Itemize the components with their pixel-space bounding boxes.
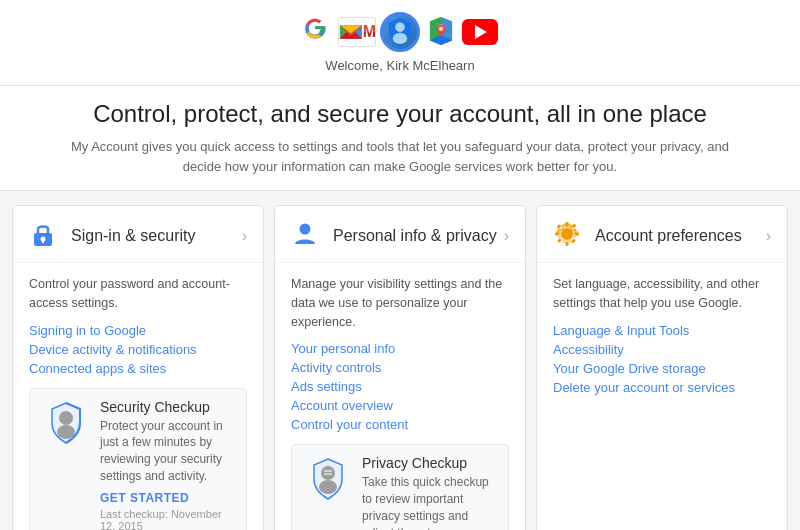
privacy-checkup-desc: Take this quick checkup to review import… bbox=[362, 474, 496, 530]
chevron-preferences: › bbox=[766, 227, 771, 245]
lock-icon bbox=[29, 220, 61, 252]
link-accessibility[interactable]: Accessibility bbox=[553, 342, 771, 357]
svg-point-0 bbox=[395, 22, 405, 32]
privacy-checkup-title: Privacy Checkup bbox=[362, 455, 496, 471]
gear-icon bbox=[553, 220, 585, 252]
security-checkup-box: Security Checkup Protect your account in… bbox=[29, 388, 247, 530]
hero-title: Control, protect, and secure your accoun… bbox=[40, 98, 760, 129]
link-control-content[interactable]: Control your content bbox=[291, 417, 509, 432]
card-account-preferences: Account preferences › Set language, acce… bbox=[536, 205, 788, 530]
security-checkup-desc: Protect your account in just a few minut… bbox=[100, 418, 234, 485]
chevron-signin: › bbox=[242, 227, 247, 245]
hero-section: Control, protect, and secure your accoun… bbox=[0, 86, 800, 191]
page-wrapper: M bbox=[0, 0, 800, 530]
svg-point-12 bbox=[319, 480, 337, 494]
link-connected-apps[interactable]: Connected apps & sites bbox=[29, 361, 247, 376]
maps-icon bbox=[424, 14, 458, 51]
app-icons-row: M bbox=[0, 12, 800, 52]
svg-rect-16 bbox=[555, 233, 559, 236]
card-body-signin: Control your password and account-access… bbox=[13, 263, 263, 530]
svg-rect-20 bbox=[557, 238, 562, 243]
svg-rect-21 bbox=[572, 224, 577, 229]
privacy-checkup-icon bbox=[304, 455, 352, 503]
hero-description: My Account gives you quick access to set… bbox=[60, 137, 740, 176]
link-drive-storage[interactable]: Your Google Drive storage bbox=[553, 361, 771, 376]
card-desc-privacy: Manage your visibility settings and the … bbox=[291, 275, 509, 331]
security-last-checkup: Last checkup: November 12, 2015 bbox=[100, 508, 234, 530]
svg-point-9 bbox=[57, 425, 75, 439]
link-ads-settings[interactable]: Ads settings bbox=[291, 379, 509, 394]
svg-rect-7 bbox=[42, 239, 44, 243]
welcome-text: Welcome, Kirk McElhearn bbox=[0, 58, 800, 73]
google-g-icon bbox=[302, 15, 334, 50]
card-links-privacy: Your personal info Activity controls Ads… bbox=[291, 341, 509, 432]
youtube-icon bbox=[462, 19, 498, 45]
link-activity-controls[interactable]: Activity controls bbox=[291, 360, 509, 375]
card-header-left-signin: Sign-in & security bbox=[29, 220, 196, 252]
privacy-checkup-box: Privacy Checkup Take this quick checkup … bbox=[291, 444, 509, 530]
svg-rect-18 bbox=[557, 224, 562, 229]
svg-point-11 bbox=[321, 466, 335, 480]
security-checkup-title: Security Checkup bbox=[100, 399, 234, 415]
card-title-privacy: Personal info & privacy bbox=[333, 227, 497, 245]
svg-rect-14 bbox=[566, 222, 569, 226]
header: M bbox=[0, 0, 800, 86]
cards-row: Sign-in & security › Control your passwo… bbox=[0, 191, 800, 530]
card-links-signin: Signing in to Google Device activity & n… bbox=[29, 323, 247, 376]
card-header-left-preferences: Account preferences bbox=[553, 220, 742, 252]
card-desc-signin: Control your password and account-access… bbox=[29, 275, 247, 313]
card-body-preferences: Set language, accessibility, and other s… bbox=[537, 263, 787, 419]
security-checkup-content: Security Checkup Protect your account in… bbox=[100, 399, 234, 530]
link-delete-account[interactable]: Delete your account or services bbox=[553, 380, 771, 395]
privacy-checkup-content: Privacy Checkup Take this quick checkup … bbox=[362, 455, 496, 530]
card-body-privacy: Manage your visibility settings and the … bbox=[275, 263, 525, 530]
youtube-play-icon bbox=[475, 25, 487, 39]
card-signin-security: Sign-in & security › Control your passwo… bbox=[12, 205, 264, 530]
security-get-started[interactable]: GET STARTED bbox=[100, 491, 234, 505]
card-personal-privacy: Personal info & privacy › Manage your vi… bbox=[274, 205, 526, 530]
link-personal-info[interactable]: Your personal info bbox=[291, 341, 509, 356]
account-avatar bbox=[380, 12, 420, 52]
chevron-privacy: › bbox=[504, 227, 509, 245]
card-links-preferences: Language & Input Tools Accessibility You… bbox=[553, 323, 771, 395]
card-header-left-privacy: Personal info & privacy bbox=[291, 220, 497, 252]
svg-point-10 bbox=[300, 224, 311, 235]
svg-rect-19 bbox=[571, 239, 576, 244]
card-header-preferences[interactable]: Account preferences › bbox=[537, 206, 787, 263]
card-header-signin[interactable]: Sign-in & security › bbox=[13, 206, 263, 263]
card-desc-preferences: Set language, accessibility, and other s… bbox=[553, 275, 771, 313]
svg-rect-15 bbox=[566, 242, 569, 246]
card-title-signin: Sign-in & security bbox=[71, 227, 196, 245]
card-title-preferences: Account preferences bbox=[595, 227, 742, 245]
link-device-activity[interactable]: Device activity & notifications bbox=[29, 342, 247, 357]
link-signing-in[interactable]: Signing in to Google bbox=[29, 323, 247, 338]
card-header-privacy[interactable]: Personal info & privacy › bbox=[275, 206, 525, 263]
svg-rect-17 bbox=[575, 233, 579, 236]
security-checkup-icon bbox=[42, 399, 90, 447]
svg-point-8 bbox=[59, 411, 73, 425]
svg-point-4 bbox=[439, 26, 443, 30]
link-account-overview[interactable]: Account overview bbox=[291, 398, 509, 413]
gmail-icon: M bbox=[338, 17, 376, 47]
svg-point-1 bbox=[393, 33, 407, 44]
link-language-tools[interactable]: Language & Input Tools bbox=[553, 323, 771, 338]
person-icon bbox=[291, 220, 323, 252]
